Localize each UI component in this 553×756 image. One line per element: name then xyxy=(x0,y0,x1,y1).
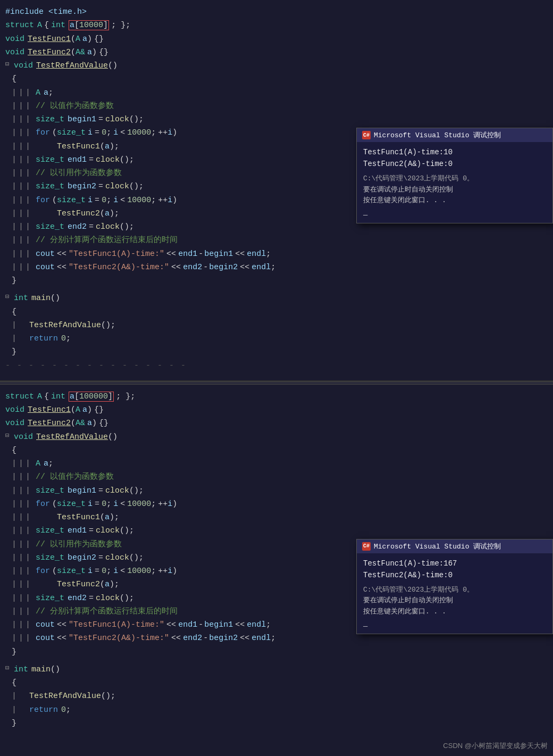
output2-line-2: TestFunc2(A&)-time:0 xyxy=(363,569,546,581)
testfunc1-line: void TestFunc1 ( A a ) {} xyxy=(0,32,553,46)
main-close-brace-2: } xyxy=(0,717,553,730)
testfunc1-line-2: void TestFunc1 ( A a ) {} xyxy=(0,403,553,417)
vs-icon-2: C# xyxy=(362,542,371,551)
path-line-1: C:\代码管理\2023上学期代码 0。 xyxy=(363,173,546,185)
vs-popup-2: C# Microsoft Visual Studio 调试控制 TestFunc… xyxy=(356,539,553,635)
output-line-2: TestFunc2(A&)-time:0 xyxy=(363,158,546,170)
code-panel-2: struct A { int a[100000] ; }; void TestF… xyxy=(0,385,553,756)
notice-line-2: 按任意键关闭此窗口. . . xyxy=(363,195,546,206)
comment-p2-1: | | | // 以值作为函数参数 xyxy=(0,470,553,484)
main-return-1: | return 0 ; xyxy=(0,332,553,345)
cout-1: | | | cout << "TestFunc1(A)-time:" << en… xyxy=(0,247,553,261)
main-section-1: ⊟ int main () { | TestRefAndValue (); | … xyxy=(0,292,553,359)
begin1-line: | | | size_t begin1 = clock (); xyxy=(0,113,553,126)
close-brace-2: } xyxy=(0,645,553,659)
main-call-1: | TestRefAndValue (); xyxy=(0,319,553,332)
main-fold-1: ⊟ int main () xyxy=(0,292,553,305)
testrefandvalue-fold: ⊟ void TestRefAndValue () xyxy=(0,59,553,72)
open-brace-2: { xyxy=(0,444,553,457)
cursor-1: _ xyxy=(363,206,546,218)
testfunc2-line-2: void TestFunc2 ( A& a ) {} xyxy=(0,417,553,430)
path-line-2: C:\代码管理\2023上学期代码 0。 xyxy=(363,585,546,596)
vs-icon: C# xyxy=(362,131,371,139)
vs-popup-title-text-2: Microsoft Visual Studio 调试控制 xyxy=(374,542,501,551)
for-p2-1: | | | for ( size_t i = 0 ; i < 10000 ; +… xyxy=(0,497,553,511)
end1-p2: | | | size_t end1 = clock (); xyxy=(0,524,553,537)
main-close-brace: } xyxy=(0,345,553,359)
notice2-2: 按任意键关闭此窗口. . . xyxy=(363,607,546,618)
main-return-2: | return 0 ; xyxy=(0,703,553,717)
main-open-brace: { xyxy=(0,305,553,319)
vs-popup-content-2: TestFunc1(A)-time:167 TestFunc2(A&)-time… xyxy=(357,553,552,634)
open-brace-1: { xyxy=(0,72,553,86)
vs-popup-title-1: C# Microsoft Visual Studio 调试控制 xyxy=(357,128,552,142)
var-a-line-2: | | | A a ; xyxy=(0,457,553,470)
vs-popup-1: C# Microsoft Visual Studio 调试控制 TestFunc… xyxy=(356,128,553,223)
notice2-1: 要在调试停止时自动关闭控制 xyxy=(363,595,546,607)
begin1-line-2: | | | size_t begin1 = clock (); xyxy=(0,484,553,497)
notice-line-1: 要在调试停止时自动关闭控制 xyxy=(363,185,546,196)
struct-line-1: struct A { int a[10000] ; }; xyxy=(0,19,553,32)
output2-line-1: TestFunc1(A)-time:167 xyxy=(363,558,546,569)
main-open-brace-2: { xyxy=(0,676,553,689)
main-fold-2: ⊟ int main () xyxy=(0,663,553,676)
comment-1: | | | // 以值作为函数参数 xyxy=(0,99,553,113)
testrefandvalue-fold-2: ⊟ void TestRefAndValue () xyxy=(0,430,553,444)
cursor-2: _ xyxy=(363,618,546,629)
main-section-2: ⊟ int main () { | TestRefAndValue (); | … xyxy=(0,663,553,730)
dash-separator-1: - - - - - - - - - - - - - - - - xyxy=(0,359,553,372)
comment-3: | | | // 分别计算两个函数运行结束后的时间 xyxy=(0,234,553,247)
include-text: #include <time.h> xyxy=(5,6,87,18)
output-line-1: TestFunc1(A)-time:10 xyxy=(363,146,546,158)
vs-popup-title-text: Microsoft Visual Studio 调试控制 xyxy=(374,130,501,140)
vs-popup-title-2: C# Microsoft Visual Studio 调试控制 xyxy=(357,539,552,553)
testfunc2-line: void TestFunc2 ( A& a ) {} xyxy=(0,46,553,59)
var-a-line: | | | A a ; xyxy=(0,86,553,99)
main-call-2: | TestRefAndValue (); xyxy=(0,689,553,703)
close-brace-1: } xyxy=(0,274,553,287)
watermark: CSDN @小树苗渴望变成参天大树 xyxy=(443,741,548,751)
struct-line-2: struct A { int a[100000] ; }; xyxy=(0,390,553,403)
vs-popup-content-1: TestFunc1(A)-time:10 TestFunc2(A&)-time:… xyxy=(357,142,552,223)
callfunc1-p2: | | | TestFunc1 ( a ); xyxy=(0,511,553,524)
code-panel-1: #include <time.h> struct A { int a[10000… xyxy=(0,0,553,381)
code-line: #include <time.h> xyxy=(0,5,553,19)
cout-2: | | | cout << "TestFunc2(A&)-time:" << e… xyxy=(0,261,553,274)
